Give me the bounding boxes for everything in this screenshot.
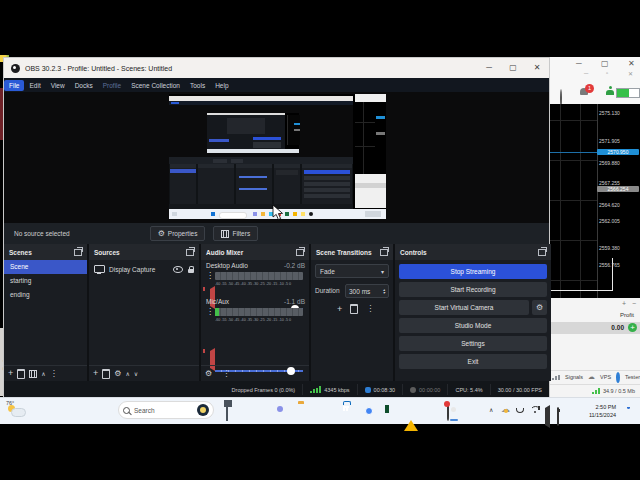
menu-edit[interactable]: Edit	[24, 80, 45, 91]
kebab-icon[interactable]: ⋮	[222, 370, 230, 378]
add-icon[interactable]	[628, 323, 637, 332]
duration-spinbox[interactable]: 300 ms ▴▾	[345, 284, 389, 298]
dropped-frames: Dropped Frames 0 (0.0%)	[232, 387, 296, 393]
settings-button[interactable]: Settings	[399, 336, 547, 351]
profit-row[interactable]: 0.00	[548, 322, 640, 334]
cloud-icon: ☁	[588, 373, 595, 381]
scene-item[interactable]: ending	[4, 288, 87, 302]
sources-header[interactable]: Sources	[89, 244, 199, 260]
tab-signals[interactable]: Signals	[565, 374, 583, 380]
edge-button[interactable]	[318, 403, 332, 417]
task-view-button[interactable]	[226, 403, 240, 417]
channel-level: -0.2 dB	[284, 262, 305, 269]
kebab-icon[interactable]: ⋮	[206, 272, 214, 280]
move-up-icon[interactable]: ∧	[41, 370, 45, 377]
obs-status-bar: Dropped Frames 0 (0.0%) 4345 kbps 00:08:…	[4, 381, 549, 398]
file-explorer-button[interactable]	[298, 403, 312, 417]
studio-mode-button[interactable]: Studio Mode	[399, 318, 547, 333]
source-properties-icon[interactable]: ⚙	[114, 370, 121, 378]
close-icon[interactable]: ✕	[628, 59, 635, 68]
add-transition-icon[interactable]: +	[337, 305, 342, 314]
popout-icon[interactable]	[186, 249, 194, 256]
panel-plus-icon[interactable]: +	[622, 300, 626, 307]
menu-view[interactable]: View	[46, 80, 70, 91]
add-scene-icon[interactable]: +	[8, 369, 13, 378]
close-icon[interactable]: ✕	[525, 58, 549, 78]
properties-button[interactable]: ⚙ Properties	[150, 226, 206, 241]
volume-icon[interactable]	[545, 408, 550, 426]
scenes-header[interactable]: Scenes	[4, 244, 87, 260]
filters-label: Filters	[232, 230, 250, 237]
scene-item[interactable]: starting	[4, 274, 87, 288]
controls-header[interactable]: Controls	[395, 244, 551, 260]
store-button[interactable]	[340, 403, 354, 417]
kebab-icon[interactable]: ⋮	[206, 308, 214, 316]
eye-icon[interactable]	[173, 266, 183, 273]
menu-profile[interactable]: Profile	[98, 80, 126, 91]
sources-toolbar: + ⚙ ∧ ∨	[89, 365, 199, 381]
virtual-camera-button[interactable]: Start Virtual Camera	[399, 300, 529, 315]
gear-icon[interactable]: ⚙	[205, 370, 212, 378]
title-bar[interactable]: OBS 30.2.3 - Profile: Untitled - Scenes:…	[4, 58, 549, 78]
start-button[interactable]	[93, 404, 107, 418]
menu-docks[interactable]: Docks	[70, 80, 98, 91]
obs-taskbar-button[interactable]	[447, 403, 461, 417]
excel-button[interactable]	[383, 403, 397, 417]
maximize-icon[interactable]: ▢	[501, 58, 525, 78]
filters-button[interactable]: Filters	[213, 226, 258, 241]
menu-help[interactable]: Help	[210, 80, 233, 91]
menu-scene-collection[interactable]: Scene Collection	[126, 80, 185, 91]
transitions-header[interactable]: Scene Transitions	[311, 244, 393, 260]
child-restore-icon[interactable]: ▫	[606, 70, 608, 76]
battery-icon[interactable]	[557, 408, 559, 426]
popout-icon[interactable]	[380, 249, 388, 256]
popout-icon[interactable]	[74, 249, 82, 256]
preview-mini-obs	[169, 96, 353, 209]
remove-source-icon[interactable]	[102, 369, 110, 379]
menu-tools[interactable]: Tools	[185, 80, 210, 91]
spinner-icon[interactable]: ▴▾	[383, 288, 385, 295]
add-source-icon[interactable]: +	[93, 369, 98, 378]
virtual-camera-config-button[interactable]: ⚙	[532, 300, 547, 315]
child-close-icon[interactable]: ✕	[628, 70, 633, 77]
lock-icon[interactable]	[188, 269, 194, 273]
stop-streaming-button[interactable]: Stop Streaming	[399, 264, 547, 279]
chrome-button[interactable]	[361, 403, 375, 417]
tray-chevron-icon[interactable]: ∧	[489, 406, 493, 413]
start-recording-button[interactable]: Start Recording	[399, 282, 547, 297]
popout-icon[interactable]	[296, 249, 304, 256]
tab-vps[interactable]: VPS	[600, 374, 611, 380]
teams-button[interactable]	[274, 403, 288, 417]
child-minimize-icon[interactable]: ─	[584, 70, 588, 76]
remove-scene-icon[interactable]	[17, 369, 25, 379]
popout-icon[interactable]	[538, 249, 546, 256]
source-item-label[interactable]: Display Capture	[109, 266, 155, 273]
tab-tester[interactable]: Tester	[625, 374, 640, 380]
search-box[interactable]: Search	[118, 401, 214, 419]
mixer-header[interactable]: Audio Mixer	[201, 244, 309, 260]
price-chart[interactable]: 2575.130 2571.905 2570.950 2569.880 2567…	[548, 104, 640, 298]
move-up-icon[interactable]: ∧	[125, 370, 129, 377]
menu-file[interactable]: File	[4, 80, 24, 91]
remove-transition-icon[interactable]	[350, 304, 358, 314]
panel-minus-icon[interactable]: −	[632, 300, 636, 307]
copilot-button[interactable]	[250, 403, 264, 417]
minimize-icon[interactable]: ─	[576, 59, 582, 68]
exit-button[interactable]: Exit	[399, 354, 547, 369]
record-time: 00:00:00	[419, 387, 440, 393]
maximize-icon[interactable]: ▢	[601, 59, 609, 68]
price-label: 2575.130	[599, 110, 620, 116]
sticky-notes-button[interactable]	[425, 403, 439, 417]
scene-item-selected[interactable]: Scene	[4, 260, 87, 274]
weather-widget[interactable]: 76°	[5, 400, 39, 422]
kebab-icon[interactable]: ⋮	[50, 370, 58, 378]
drive-button[interactable]	[404, 403, 418, 417]
transition-select[interactable]: Fade ▾	[315, 264, 389, 278]
move-down-icon[interactable]: ∨	[134, 370, 138, 377]
minimize-icon[interactable]: ─	[477, 58, 501, 78]
onedrive-icon[interactable]: ☁	[501, 404, 510, 414]
kebab-icon[interactable]: ⋮	[366, 305, 374, 313]
mixer-title: Audio Mixer	[206, 249, 243, 256]
scene-filters-icon[interactable]	[29, 370, 37, 378]
clock[interactable]: 2:50 PM 11/15/2024	[576, 403, 616, 419]
